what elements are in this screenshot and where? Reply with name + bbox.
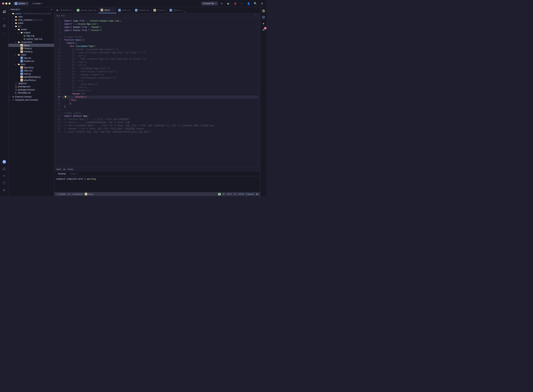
sidebar-item-scratches[interactable]: ▸ ≡ Scratches and Consoles xyxy=(9,98,54,102)
tab-overflow-button[interactable]: ▾ xyxy=(183,11,187,13)
status-project[interactable]: starlink xyxy=(59,193,65,195)
editor-scrollbar[interactable] xyxy=(258,18,260,167)
sidebar-item-app-js[interactable]: JS App.js xyxy=(9,44,54,47)
breadcrumb-footer[interactable]: Footer xyxy=(68,168,73,170)
chevron-down-icon: ▾ xyxy=(15,41,17,43)
css-tab-icon2: CSS xyxy=(135,9,137,11)
sidebar-item-app-css[interactable]: CSS App.css xyxy=(9,56,54,60)
search-icon[interactable]: 🔍 xyxy=(253,1,258,6)
activity-extensions-icon[interactable] xyxy=(1,23,7,29)
notification-icon[interactable]: 1 xyxy=(261,28,266,33)
sidebar-item-gitignore[interactable]: ⊘ .gitignore xyxy=(9,82,54,85)
sidebar-item-header-js[interactable]: JS Header.js xyxy=(9,50,54,53)
index-js-label: index.js xyxy=(24,73,31,75)
warning-badge[interactable]: ⚠ 1 xyxy=(56,14,60,17)
warning-count: 1 xyxy=(59,15,60,17)
vim-mode-indicator[interactable]: V xyxy=(218,193,221,195)
sidebar-item-tests[interactable]: ▾ tests xyxy=(9,63,54,66)
sidebar-item-ext-libs[interactable]: ▸ ⊞ External Libraries xyxy=(9,95,54,98)
fullscreen-button[interactable] xyxy=(9,2,11,5)
breadcrumb-div[interactable]: div xyxy=(63,168,66,170)
activity-files-icon[interactable] xyxy=(1,9,7,15)
scroll-up-icon[interactable]: ∧ xyxy=(254,14,256,17)
sidebar-item-footer-js[interactable]: JS Footer.js xyxy=(9,47,54,50)
chevron-down-icon: ▾ xyxy=(15,54,17,56)
root-label: starlink ~/Desktop/Projects/SpaceX/Code/ xyxy=(15,13,51,15)
code-content[interactable]: import logo from '../assets/images/logo.… xyxy=(62,18,258,167)
problems-panel-icon[interactable]: ! xyxy=(1,180,7,186)
tab-close-icon[interactable]: ✕ xyxy=(111,9,114,11)
sidebar-item-components[interactable]: ▾ components xyxy=(9,41,54,44)
tab-readme[interactable]: M↓ README.md xyxy=(54,7,75,13)
status-components[interactable]: components xyxy=(72,193,83,195)
account-icon[interactable]: 👤 xyxy=(246,1,251,6)
sidebar-item-idea[interactable]: ▸ .idea xyxy=(9,15,54,18)
scroll-down-icon[interactable]: ∨ xyxy=(257,14,258,17)
svg-point-2 xyxy=(5,18,5,18)
tab-app-css[interactable]: CSS App.css xyxy=(168,7,183,13)
svg-point-20 xyxy=(223,194,224,195)
local-tab[interactable]: Local ✕ xyxy=(69,172,79,176)
sidebar-item-assets[interactable]: ▾ assets xyxy=(9,28,54,31)
sidebar-item-readme[interactable]: M↓ README.md xyxy=(9,91,54,94)
tab-spacex-svg[interactable]: S spacex_logo.svg xyxy=(75,7,98,13)
project-selector[interactable]: S starlink ▾ xyxy=(13,2,28,5)
lock-icon[interactable] xyxy=(256,193,258,195)
tab-footer-js[interactable]: JS Footer.js xyxy=(151,7,168,13)
more-options-icon[interactable]: ⋯ xyxy=(239,1,244,6)
sidebar-item-logo-svg[interactable]: svg logo.svg xyxy=(9,34,54,37)
cursor-position[interactable]: 24:17 xyxy=(227,193,232,195)
sidebar-item-spacex-svg[interactable]: svg spacex_logo.svg xyxy=(9,37,54,41)
sidebar-item-package-json[interactable]: {} package.json xyxy=(9,85,54,88)
bulb-icon[interactable]: 💡 xyxy=(64,96,67,99)
encoding[interactable]: UTF-8 xyxy=(238,193,244,195)
copilot-icon[interactable] xyxy=(261,9,266,13)
sidebar-item-images[interactable]: ▾ images xyxy=(9,31,54,34)
close-button[interactable] xyxy=(2,2,4,5)
minimize-button[interactable] xyxy=(5,2,7,5)
status-breadcrumb: ⎇ starlink › src › components › JS App.j… xyxy=(56,193,94,195)
ai-chat-icon[interactable] xyxy=(261,15,266,20)
settings-icon[interactable]: ⚙ xyxy=(259,1,264,6)
activity-more-icon[interactable]: ··· xyxy=(1,30,7,36)
sidebar-item-node-modules[interactable]: ▸ node_modules library root xyxy=(9,18,54,22)
tab-app-js[interactable]: JS App.js ✕ xyxy=(98,7,116,13)
activity-git-icon[interactable] xyxy=(1,15,7,22)
current-file-button[interactable]: Current File ▾ xyxy=(201,2,218,5)
breadcrumb-app[interactable]: App() xyxy=(56,168,61,170)
branch-selector[interactable]: ⎇ master ▾ xyxy=(30,2,44,5)
sparkle-icon[interactable]: ✦ xyxy=(261,21,266,26)
avatar-icon[interactable] xyxy=(1,159,7,165)
status-sep2: › xyxy=(71,193,72,195)
status-src[interactable]: src xyxy=(68,193,70,195)
run-button[interactable]: ▶ xyxy=(226,1,231,6)
terminal-panel-icon[interactable] xyxy=(1,166,7,172)
sidebar-item-root[interactable]: ▾ starlink ~/Desktop/Projects/SpaceX/Cod… xyxy=(9,12,54,15)
code-line: export default App; xyxy=(62,115,258,118)
run-debug-panel-icon[interactable] xyxy=(1,173,7,179)
sidebar-item-public[interactable]: ▸ public xyxy=(9,22,54,25)
sidebar-item-setuptests[interactable]: JS setupTests.js xyxy=(9,79,54,82)
sidebar-item-app-test[interactable]: JS App.test.js xyxy=(9,66,54,69)
git-status[interactable] xyxy=(223,193,225,195)
terminal-tab[interactable]: Terminal xyxy=(56,172,67,176)
sidebar-item-index-js[interactable]: JS index.js xyxy=(9,72,54,75)
svg-point-8 xyxy=(4,161,5,162)
tab-header-css[interactable]: CSS Header.css xyxy=(133,7,151,13)
indent[interactable]: 4 spaces xyxy=(246,193,254,195)
sidebar-item-reportweb[interactable]: JS reportWebVitals.js xyxy=(9,75,54,79)
sidebar-item-src[interactable]: ▾ src xyxy=(9,25,54,28)
sun-icon[interactable]: ☀ xyxy=(219,1,224,6)
sidebar-item-index-css[interactable]: CSS index.css xyxy=(9,69,54,72)
local-tab-close[interactable]: ✕ xyxy=(76,173,78,175)
sidebar-item-header-css[interactable]: CSS Header.css xyxy=(9,60,54,63)
tab-index-css[interactable]: CSS index.css xyxy=(116,7,133,13)
sidebar-item-package-lock[interactable]: {} package-lock.json xyxy=(9,88,54,91)
sidebar-item-styles[interactable]: ▾ styles xyxy=(9,53,54,56)
status-file[interactable]: App.js xyxy=(88,193,94,195)
error-badge[interactable]: ✕ 2 xyxy=(61,14,64,17)
debug-icon[interactable]: 🐞 xyxy=(233,1,238,6)
collab-icon[interactable] xyxy=(1,187,7,193)
line-ending[interactable]: LF xyxy=(234,193,236,195)
terminal-content[interactable]: webpack compiled with 1 warning xyxy=(54,177,260,192)
